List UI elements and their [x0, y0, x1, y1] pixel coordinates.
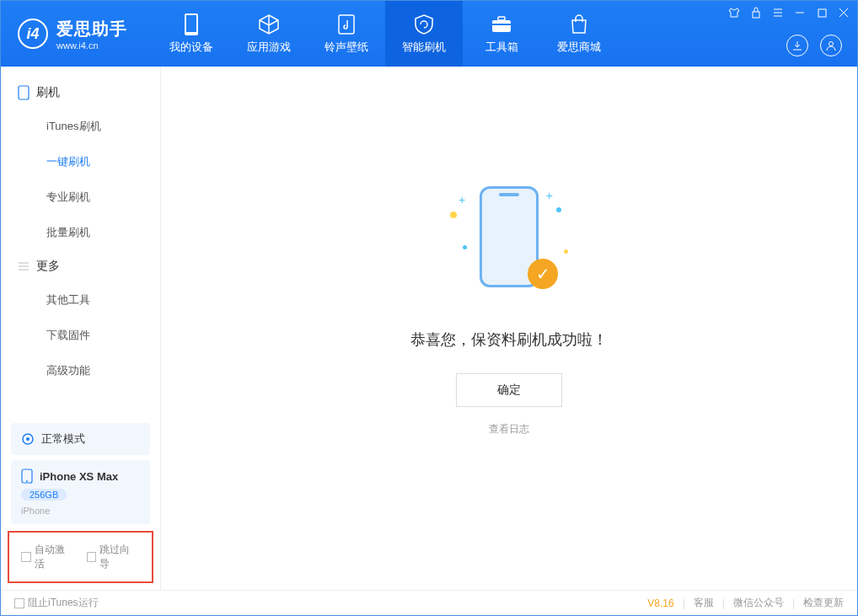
tab-label: 智能刷机 — [402, 40, 446, 55]
sidebar-item-batch-flash[interactable]: 批量刷机 — [1, 215, 160, 250]
svg-rect-5 — [492, 24, 511, 25]
phone-icon — [18, 85, 29, 100]
nav-tabs: 我的设备 应用游戏 铃声壁纸 智能刷机 工具箱 爱思商城 — [153, 1, 618, 67]
minimize-icon[interactable] — [793, 6, 807, 19]
sparkle-icon: + — [458, 193, 465, 206]
menu-icon[interactable] — [771, 6, 785, 19]
footer-link-service[interactable]: 客服 — [694, 596, 714, 610]
shirt-icon[interactable] — [727, 6, 741, 19]
lock-icon[interactable] — [749, 6, 763, 19]
dot-icon — [463, 245, 467, 249]
sidebar-section-flash: 刷机 — [1, 77, 160, 109]
tab-toolbox[interactable]: 工具箱 — [463, 1, 540, 67]
footer-link-update[interactable]: 检查更新 — [803, 596, 844, 610]
section-title: 刷机 — [36, 85, 60, 100]
checkbox-label: 自动激活 — [35, 543, 75, 571]
dot-icon — [450, 212, 457, 218]
tab-label: 工具箱 — [485, 40, 518, 55]
cube-icon — [257, 13, 281, 36]
logo-area: i4 爱思助手 www.i4.cn — [1, 18, 144, 51]
dot-icon — [564, 249, 568, 254]
app-header: i4 爱思助手 www.i4.cn 我的设备 应用游戏 铃声壁纸 智能刷机 工具… — [1, 1, 857, 67]
device-storage: 256GB — [21, 489, 67, 501]
window-controls — [727, 6, 850, 19]
footer: 阻止iTunes运行 V8.16 | 客服 | 微信公众号 | 检查更新 — [1, 590, 857, 615]
sidebar-item-itunes-flash[interactable]: iTunes刷机 — [1, 109, 160, 144]
version-label: V8.16 — [647, 597, 673, 609]
app-url: www.i4.cn — [56, 40, 127, 51]
sparkle-icon: + — [546, 189, 553, 202]
svg-rect-2 — [339, 15, 354, 34]
sidebar-item-advanced[interactable]: 高级功能 — [1, 353, 160, 388]
toolbox-icon — [490, 13, 513, 36]
main-content: + + ✓ 恭喜您，保资料刷机成功啦！ 确定 查看日志 — [161, 67, 857, 590]
mode-card[interactable]: 正常模式 — [11, 423, 150, 455]
device-card[interactable]: iPhone XS Max 256GB iPhone — [11, 460, 150, 524]
sidebar-item-one-click-flash[interactable]: 一键刷机 — [1, 144, 160, 179]
sidebar-section-more: 更多 — [1, 250, 160, 282]
footer-right: V8.16 | 客服 | 微信公众号 | 检查更新 — [647, 596, 844, 610]
device-name: iPhone XS Max — [40, 470, 118, 483]
svg-rect-1 — [186, 15, 196, 32]
svg-point-14 — [829, 42, 834, 46]
view-log-link[interactable]: 查看日志 — [489, 422, 529, 437]
checkbox-auto-activate[interactable]: 自动激活 — [21, 543, 75, 571]
section-title: 更多 — [36, 259, 60, 274]
shield-refresh-icon — [412, 13, 436, 36]
footer-link-wechat[interactable]: 微信公众号 — [733, 596, 784, 610]
logo-text: 爱思助手 www.i4.cn — [56, 18, 127, 51]
tab-label: 爱思商城 — [557, 40, 601, 55]
svg-rect-3 — [492, 20, 511, 32]
list-icon — [18, 260, 29, 272]
sidebar-item-download-firmware[interactable]: 下载固件 — [1, 318, 160, 353]
app-body: 刷机 iTunes刷机 一键刷机 专业刷机 批量刷机 更多 其他工具 下载固件 … — [1, 67, 857, 590]
device-phone-icon — [21, 469, 33, 484]
tab-smart-flash[interactable]: 智能刷机 — [385, 1, 463, 67]
tab-label: 铃声壁纸 — [324, 40, 368, 55]
app-title: 爱思助手 — [56, 18, 127, 40]
sidebar-item-other-tools[interactable]: 其他工具 — [1, 282, 160, 318]
tab-apps-games[interactable]: 应用游戏 — [230, 1, 308, 67]
header-actions — [786, 35, 842, 56]
sidebar-item-pro-flash[interactable]: 专业刷机 — [1, 179, 160, 215]
maximize-icon[interactable] — [815, 6, 829, 19]
svg-rect-4 — [498, 17, 505, 20]
checkbox-row-highlighted: 自动激活 跳过向导 — [8, 531, 153, 583]
checkbox-skip-guide[interactable]: 跳过向导 — [87, 543, 141, 571]
mode-icon — [21, 432, 35, 446]
svg-rect-11 — [818, 9, 826, 17]
svg-rect-6 — [753, 12, 759, 18]
download-icon[interactable] — [786, 35, 808, 56]
music-file-icon — [335, 13, 358, 36]
svg-point-20 — [26, 437, 29, 441]
success-illustration: + + ✓ — [450, 186, 568, 304]
checkbox-label: 跳过向导 — [99, 543, 140, 571]
tab-ringtone-wallpaper[interactable]: 铃声壁纸 — [308, 1, 385, 67]
svg-rect-15 — [19, 86, 29, 99]
tab-label: 我的设备 — [169, 40, 213, 55]
close-icon[interactable] — [837, 6, 850, 19]
dot-icon — [556, 207, 561, 212]
logo-icon: i4 — [18, 19, 48, 49]
bag-icon — [567, 13, 591, 36]
user-icon[interactable] — [820, 35, 842, 56]
sidebar: 刷机 iTunes刷机 一键刷机 专业刷机 批量刷机 更多 其他工具 下载固件 … — [1, 67, 161, 590]
mode-label: 正常模式 — [41, 431, 85, 447]
sidebar-bottom: 正常模式 iPhone XS Max 256GB iPhone 自动激活 跳过向… — [1, 418, 160, 590]
checkbox-label: 阻止iTunes运行 — [28, 596, 99, 610]
svg-point-22 — [26, 480, 28, 482]
success-message: 恭喜您，保资料刷机成功啦！ — [410, 329, 608, 350]
device-type: iPhone — [21, 506, 50, 516]
confirm-button[interactable]: 确定 — [456, 373, 562, 407]
tab-my-device[interactable]: 我的设备 — [153, 1, 230, 67]
tab-store[interactable]: 爱思商城 — [540, 1, 618, 67]
tab-label: 应用游戏 — [247, 40, 291, 55]
checkbox-block-itunes[interactable]: 阻止iTunes运行 — [14, 596, 99, 610]
check-badge-icon: ✓ — [528, 259, 558, 289]
device-icon — [180, 13, 203, 36]
